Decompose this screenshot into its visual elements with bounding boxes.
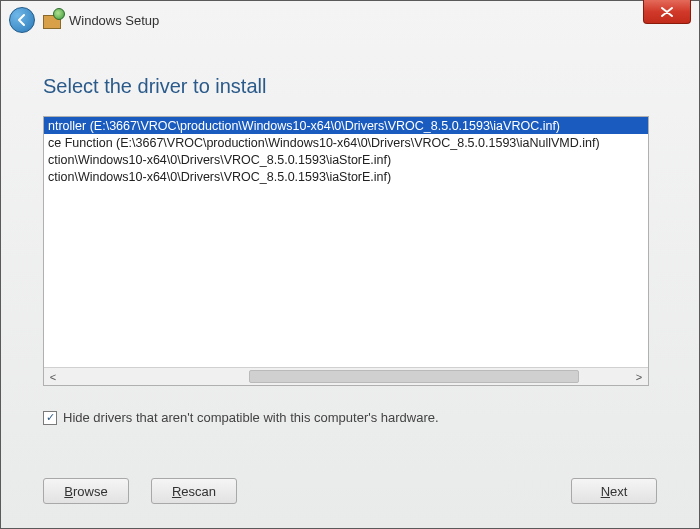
close-icon [661, 7, 673, 17]
button-row: Browse Rescan Next [43, 478, 657, 504]
next-button[interactable]: Next [571, 478, 657, 504]
titlebar: Windows Setup [1, 1, 699, 39]
scroll-track[interactable] [62, 368, 630, 385]
page-heading: Select the driver to install [43, 75, 657, 98]
setup-app-icon [43, 11, 63, 29]
close-button[interactable] [643, 0, 691, 24]
horizontal-scrollbar[interactable]: < > [44, 367, 648, 385]
driver-row[interactable]: ction\Windows10-x64\0\Drivers\VROC_8.5.0… [44, 168, 648, 185]
driver-list-body: ntroller (E:\3667\VROC\production\Window… [44, 117, 648, 367]
driver-row[interactable]: ction\Windows10-x64\0\Drivers\VROC_8.5.0… [44, 151, 648, 168]
hide-incompatible-checkbox[interactable]: ✓ [43, 411, 57, 425]
back-button[interactable] [9, 7, 35, 33]
window-title: Windows Setup [69, 13, 159, 28]
content-area: Select the driver to install ntroller (E… [1, 39, 699, 425]
hide-incompatible-row: ✓ Hide drivers that aren't compatible wi… [43, 410, 657, 425]
back-arrow-icon [15, 13, 29, 27]
driver-row[interactable]: ntroller (E:\3667\VROC\production\Window… [44, 117, 648, 134]
setup-window: Windows Setup Select the driver to insta… [0, 0, 700, 529]
hide-incompatible-label: Hide drivers that aren't compatible with… [63, 410, 439, 425]
rescan-button[interactable]: Rescan [151, 478, 237, 504]
browse-button[interactable]: Browse [43, 478, 129, 504]
driver-list[interactable]: ntroller (E:\3667\VROC\production\Window… [43, 116, 649, 386]
driver-row[interactable]: ce Function (E:\3667\VROC\production\Win… [44, 134, 648, 151]
scroll-left-button[interactable]: < [44, 368, 62, 385]
scroll-thumb[interactable] [249, 370, 578, 383]
check-icon: ✓ [46, 412, 55, 423]
scroll-right-button[interactable]: > [630, 368, 648, 385]
